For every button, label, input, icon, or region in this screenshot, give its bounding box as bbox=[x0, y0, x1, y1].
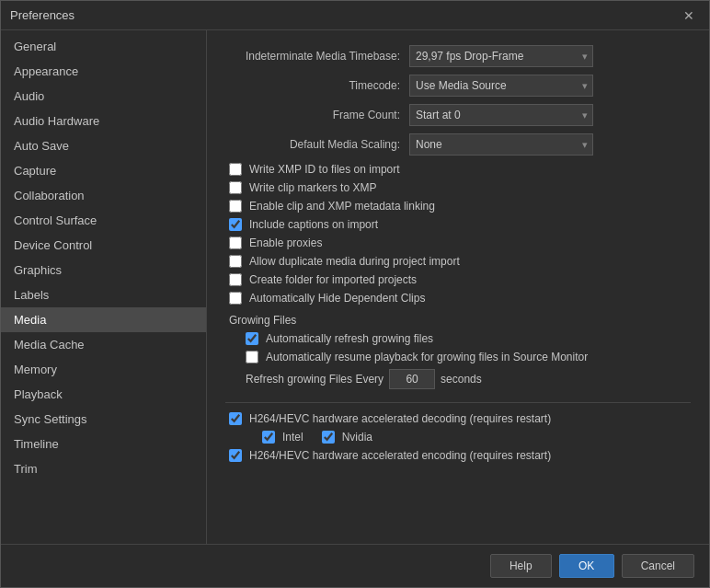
gf-checkbox-auto-resume-playback[interactable] bbox=[246, 351, 258, 363]
checkbox-label-auto-hide-dependent: Automatically Hide Dependent Clips bbox=[249, 292, 425, 305]
close-button[interactable]: ✕ bbox=[678, 7, 700, 24]
sidebar-item-device-control[interactable]: Device Control bbox=[1, 233, 206, 258]
dialog-title: Preferences bbox=[10, 8, 74, 22]
sub-checkbox-nvidia[interactable] bbox=[322, 431, 335, 444]
sidebar-item-appearance[interactable]: Appearance bbox=[1, 59, 206, 84]
dropdown-row-0: Indeterminate Media Timebase:29,97 fps D… bbox=[225, 45, 691, 67]
hw-accel-checkbox-hw-decoding[interactable] bbox=[229, 412, 242, 425]
sidebar-item-labels[interactable]: Labels bbox=[1, 282, 206, 307]
dropdown-label-0: Indeterminate Media Timebase: bbox=[225, 50, 409, 63]
gf-label-0: Automatically refresh growing files bbox=[266, 332, 433, 345]
sidebar-item-playback[interactable]: Playback bbox=[1, 382, 206, 407]
dropdowns-section: Indeterminate Media Timebase:29,97 fps D… bbox=[225, 45, 691, 156]
checkbox-row-allow-duplicate-media: Allow duplicate media during project imp… bbox=[225, 255, 691, 268]
select-wrapper-1: Use Media SourceGenerateUse File Name bbox=[409, 75, 593, 97]
sidebar-item-graphics[interactable]: Graphics bbox=[1, 258, 206, 282]
checkboxes-section: Write XMP ID to files on importWrite cli… bbox=[225, 163, 691, 305]
sub-label-intel: Intel bbox=[282, 431, 303, 444]
checkbox-row-write-xmp-id: Write XMP ID to files on import bbox=[225, 163, 691, 176]
hw-accel-label-hw-decoding: H264/HEVC hardware accelerated decoding … bbox=[249, 412, 551, 425]
checkbox-label-allow-duplicate-media: Allow duplicate media during project imp… bbox=[249, 255, 460, 268]
checkbox-label-write-clip-markers: Write clip markers to XMP bbox=[249, 181, 376, 194]
dropdown-label-1: Timecode: bbox=[225, 79, 409, 92]
dropdown-2[interactable]: Start at 0Start at 1Timecode Conversion bbox=[409, 104, 593, 126]
content-panel: Indeterminate Media Timebase:29,97 fps D… bbox=[207, 30, 709, 544]
sidebar: GeneralAppearanceAudioAudio HardwareAuto… bbox=[1, 30, 207, 544]
select-wrapper-3: NoneScale to Frame SizeSet to Frame Size bbox=[409, 133, 593, 156]
dropdown-label-3: Default Media Scaling: bbox=[225, 138, 409, 151]
dropdown-row-1: Timecode:Use Media SourceGenerateUse Fil… bbox=[225, 75, 691, 97]
sidebar-item-audio-hardware[interactable]: Audio Hardware bbox=[1, 109, 206, 133]
refresh-label: Refresh growing Files Every bbox=[246, 373, 384, 386]
select-wrapper-0: 29,97 fps Drop-Frame23,976 fps25 fps30 f… bbox=[409, 45, 593, 67]
checkbox-write-xmp-id[interactable] bbox=[229, 163, 242, 176]
checkbox-allow-duplicate-media[interactable] bbox=[229, 255, 242, 268]
preferences-dialog: Preferences ✕ GeneralAppearanceAudioAudi… bbox=[0, 0, 710, 588]
dropdown-row-3: Default Media Scaling:NoneScale to Frame… bbox=[225, 133, 691, 156]
sidebar-item-audio[interactable]: Audio bbox=[1, 84, 206, 109]
dropdown-label-2: Frame Count: bbox=[225, 109, 409, 121]
sub-checkboxes-hw-decoding: IntelNvidia bbox=[262, 431, 691, 444]
help-button[interactable]: Help bbox=[490, 554, 552, 578]
hw-accel-label-hw-encoding: H264/HEVC hardware accelerated encoding … bbox=[249, 449, 551, 462]
checkbox-label-write-xmp-id: Write XMP ID to files on import bbox=[249, 163, 400, 176]
sidebar-item-control-surface[interactable]: Control Surface bbox=[1, 208, 206, 233]
refresh-row: Refresh growing Files Everyseconds bbox=[246, 369, 691, 389]
checkbox-row-write-clip-markers: Write clip markers to XMP bbox=[225, 181, 691, 194]
checkbox-include-captions[interactable] bbox=[229, 218, 242, 231]
checkbox-auto-hide-dependent[interactable] bbox=[229, 292, 242, 305]
checkbox-label-enable-metadata-linking: Enable clip and XMP metadata linking bbox=[249, 200, 435, 213]
checkbox-label-enable-proxies: Enable proxies bbox=[249, 236, 322, 249]
ok-button[interactable]: OK bbox=[559, 554, 614, 578]
gf-checkbox-row-0: Automatically refresh growing files bbox=[225, 332, 691, 345]
checkbox-create-folder[interactable] bbox=[229, 273, 242, 286]
dropdown-row-2: Frame Count:Start at 0Start at 1Timecode… bbox=[225, 104, 691, 126]
checkbox-row-include-captions: Include captions on import bbox=[225, 218, 691, 231]
sidebar-item-collaboration[interactable]: Collaboration bbox=[1, 183, 206, 208]
select-wrapper-2: Start at 0Start at 1Timecode Conversion bbox=[409, 104, 593, 126]
checkbox-row-enable-metadata-linking: Enable clip and XMP metadata linking bbox=[225, 200, 691, 213]
sidebar-item-memory[interactable]: Memory bbox=[1, 357, 206, 382]
sidebar-item-auto-save[interactable]: Auto Save bbox=[1, 133, 206, 158]
gf-checkbox-auto-refresh-growing[interactable] bbox=[246, 332, 258, 345]
gf-checkbox-row-1: Automatically resume playback for growin… bbox=[225, 351, 691, 363]
sub-checkbox-row-nvidia: Nvidia bbox=[322, 431, 372, 444]
checkbox-row-enable-proxies: Enable proxies bbox=[225, 236, 691, 249]
sidebar-item-sync-settings[interactable]: Sync Settings bbox=[1, 407, 206, 432]
title-bar: Preferences ✕ bbox=[1, 1, 709, 30]
hw-accel-checkbox-hw-encoding[interactable] bbox=[229, 449, 242, 462]
growing-files-label: Growing Files bbox=[229, 314, 691, 327]
growing-files-section: Growing FilesAutomatically refresh growi… bbox=[225, 314, 691, 389]
sub-checkbox-row-intel: Intel bbox=[262, 431, 303, 444]
hw-accel-row-hw-decoding: H264/HEVC hardware accelerated decoding … bbox=[225, 412, 691, 425]
dropdown-0[interactable]: 29,97 fps Drop-Frame23,976 fps25 fps30 f… bbox=[409, 45, 593, 67]
footer: Help OK Cancel bbox=[1, 544, 709, 587]
hwaccel-section: H264/HEVC hardware accelerated decoding … bbox=[225, 402, 691, 462]
sidebar-item-capture[interactable]: Capture bbox=[1, 158, 206, 183]
checkbox-label-create-folder: Create folder for imported projects bbox=[249, 273, 417, 286]
checkbox-label-include-captions: Include captions on import bbox=[249, 218, 378, 231]
gf-label-1: Automatically resume playback for growin… bbox=[266, 351, 588, 363]
dropdown-3[interactable]: NoneScale to Frame SizeSet to Frame Size bbox=[409, 133, 593, 156]
refresh-unit: seconds bbox=[441, 373, 482, 386]
sidebar-item-media-cache[interactable]: Media Cache bbox=[1, 332, 206, 357]
cancel-button[interactable]: Cancel bbox=[622, 554, 694, 578]
divider bbox=[225, 402, 691, 403]
checkbox-row-create-folder: Create folder for imported projects bbox=[225, 273, 691, 286]
hw-accel-row-hw-encoding: H264/HEVC hardware accelerated encoding … bbox=[225, 449, 691, 462]
sidebar-item-timeline[interactable]: Timeline bbox=[1, 432, 206, 456]
refresh-input[interactable] bbox=[389, 369, 435, 389]
sidebar-item-trim[interactable]: Trim bbox=[1, 456, 206, 481]
checkbox-row-auto-hide-dependent: Automatically Hide Dependent Clips bbox=[225, 292, 691, 305]
sidebar-item-general[interactable]: General bbox=[1, 34, 206, 59]
checkbox-enable-metadata-linking[interactable] bbox=[229, 200, 242, 213]
checkbox-enable-proxies[interactable] bbox=[229, 236, 242, 249]
sub-label-nvidia: Nvidia bbox=[342, 431, 372, 444]
dialog-body: GeneralAppearanceAudioAudio HardwareAuto… bbox=[1, 30, 709, 544]
checkbox-write-clip-markers[interactable] bbox=[229, 181, 242, 194]
sub-checkbox-intel[interactable] bbox=[262, 431, 275, 444]
sidebar-item-media[interactable]: Media bbox=[1, 307, 206, 332]
dropdown-1[interactable]: Use Media SourceGenerateUse File Name bbox=[409, 75, 593, 97]
